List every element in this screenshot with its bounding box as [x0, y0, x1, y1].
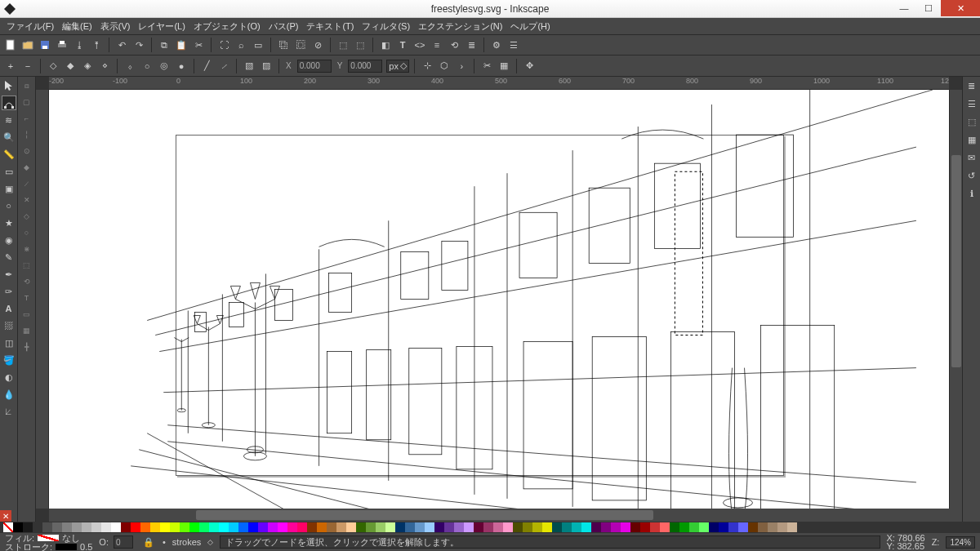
text-dialog-icon[interactable]: T	[395, 38, 410, 52]
color-swatch[interactable]	[268, 522, 278, 532]
ellipse-tool-icon[interactable]: ○	[2, 198, 16, 213]
docprops-icon[interactable]: ☰	[506, 38, 521, 52]
obj-to-path-icon[interactable]: ▧	[242, 59, 256, 73]
color-swatch[interactable]	[327, 522, 336, 532]
color-swatch[interactable]	[562, 522, 572, 532]
node-cusp-icon[interactable]: ⬨	[122, 59, 137, 73]
color-swatch[interactable]	[13, 522, 23, 532]
layers-icon[interactable]: ≣	[464, 38, 479, 52]
prefs-icon[interactable]: ⚙	[489, 38, 504, 52]
copy-icon[interactable]: ⧉	[157, 38, 172, 52]
show-outline-icon[interactable]: ⬡	[437, 59, 452, 73]
snap-center-icon[interactable]: ⊙	[20, 144, 34, 158]
snap-grid-icon[interactable]: ▦	[20, 323, 34, 338]
color-swatch[interactable]	[581, 522, 591, 532]
node-join-icon[interactable]: ◆	[63, 59, 78, 73]
snap-text-icon[interactable]: T	[20, 291, 34, 305]
horizontal-ruler[interactable]: -200 -100 0 100 200 300 400 500 600 700 …	[49, 77, 949, 90]
color-swatch[interactable]	[62, 522, 72, 532]
color-swatch[interactable]	[601, 522, 611, 532]
print-icon[interactable]	[55, 38, 69, 52]
y-input[interactable]	[348, 60, 382, 73]
zoom-fit-icon[interactable]: ⛶	[216, 38, 231, 52]
color-swatch[interactable]	[454, 522, 464, 532]
color-swatch[interactable]	[356, 522, 366, 532]
measure-tool-icon[interactable]: 📏	[2, 147, 16, 162]
color-swatch[interactable]	[385, 522, 395, 532]
color-swatch[interactable]	[91, 522, 101, 532]
menu-layer[interactable]: レイヤー(L)	[135, 19, 188, 34]
snap-guide-icon[interactable]: ╋	[20, 340, 34, 354]
doc-metadata-icon[interactable]: ℹ	[964, 186, 979, 201]
panel-close-button[interactable]: ✕	[0, 510, 11, 522]
color-swatch[interactable]	[621, 522, 630, 532]
menu-text[interactable]: テキスト(T)	[303, 19, 357, 34]
color-swatch[interactable]	[278, 522, 287, 532]
snap-object-icon[interactable]: ⬚	[20, 258, 34, 273]
zoom-page-icon[interactable]: ▭	[251, 38, 265, 52]
color-swatch[interactable]	[111, 522, 121, 532]
snap-page-icon[interactable]: ▭	[20, 307, 34, 322]
color-swatch[interactable]	[552, 522, 562, 532]
color-swatch[interactable]	[209, 522, 219, 532]
color-swatch[interactable]	[748, 522, 758, 532]
color-swatch[interactable]	[493, 522, 503, 532]
snap-smooth-icon[interactable]: ○	[20, 225, 34, 240]
color-swatch[interactable]	[777, 522, 787, 532]
open-icon[interactable]	[20, 38, 35, 52]
color-swatch[interactable]	[728, 522, 738, 532]
spiral-tool-icon[interactable]: ◉	[2, 233, 16, 247]
next-path-effect-icon[interactable]: ›	[454, 59, 469, 73]
color-swatch[interactable]	[140, 522, 150, 532]
paste-icon[interactable]: 📋	[174, 38, 189, 52]
menu-object[interactable]: オブジェクト(O)	[190, 19, 264, 34]
color-swatch[interactable]	[180, 522, 189, 532]
calligraphy-tool-icon[interactable]: ✑	[2, 284, 16, 299]
snap-bbox-icon[interactable]: ▢	[20, 95, 34, 109]
canvas[interactable]	[49, 90, 949, 509]
import-icon[interactable]: ⭳	[72, 38, 87, 52]
fill-swatch[interactable]	[38, 535, 59, 541]
unit-select[interactable]: px◇	[386, 60, 409, 73]
snap-path-icon[interactable]: ⟋	[20, 176, 34, 191]
color-swatch[interactable]	[229, 522, 238, 532]
gradient-tool-icon[interactable]: ◐	[2, 370, 16, 384]
color-swatch[interactable]	[572, 522, 581, 532]
color-swatch[interactable]	[640, 522, 650, 532]
fill-stroke-icon[interactable]: ◧	[378, 38, 393, 52]
snap-cusp-icon[interactable]: ◇	[20, 209, 34, 224]
color-swatch[interactable]	[395, 522, 405, 532]
redo-icon[interactable]: ↷	[131, 38, 146, 52]
color-swatch[interactable]	[503, 522, 513, 532]
x-input[interactable]	[297, 60, 332, 73]
unlink-icon[interactable]: ⊘	[310, 38, 325, 52]
spray-tool-icon[interactable]: ⛆	[2, 318, 16, 333]
node-auto-icon[interactable]: ●	[174, 59, 189, 73]
undo-icon[interactable]: ↶	[114, 38, 129, 52]
color-swatch[interactable]	[758, 522, 768, 532]
color-swatch[interactable]	[287, 522, 297, 532]
selector-tool-icon[interactable]	[2, 78, 16, 93]
duplicate-icon[interactable]: ⿻	[276, 38, 291, 52]
color-swatch[interactable]	[444, 522, 454, 532]
maximize-button[interactable]: ☐	[916, 0, 941, 16]
menu-file[interactable]: ファイル(F)	[3, 19, 57, 34]
color-swatch[interactable]	[189, 522, 199, 532]
color-swatch[interactable]	[199, 522, 209, 532]
selectors-icon[interactable]: ⬚	[964, 114, 979, 129]
transform-nodes-icon[interactable]: ✥	[522, 59, 537, 73]
color-swatch[interactable]	[523, 522, 532, 532]
rect-tool-icon[interactable]: ▭	[2, 164, 16, 179]
color-swatch[interactable]	[82, 522, 91, 532]
text-tool-icon[interactable]: A	[2, 301, 16, 316]
node-join-seg-icon[interactable]: ◈	[80, 59, 95, 73]
color-swatch[interactable]	[317, 522, 327, 532]
group-icon[interactable]: ⬚	[336, 38, 350, 52]
snap-nodes-icon[interactable]: ◆	[20, 160, 34, 175]
transform-icon[interactable]: ⟲	[447, 38, 461, 52]
color-swatch[interactable]	[532, 522, 542, 532]
color-swatch[interactable]	[346, 522, 356, 532]
zoom-drawing-icon[interactable]: ⌕	[234, 38, 248, 52]
node-delete-icon[interactable]: −	[20, 59, 35, 73]
color-swatch[interactable]	[248, 522, 258, 532]
